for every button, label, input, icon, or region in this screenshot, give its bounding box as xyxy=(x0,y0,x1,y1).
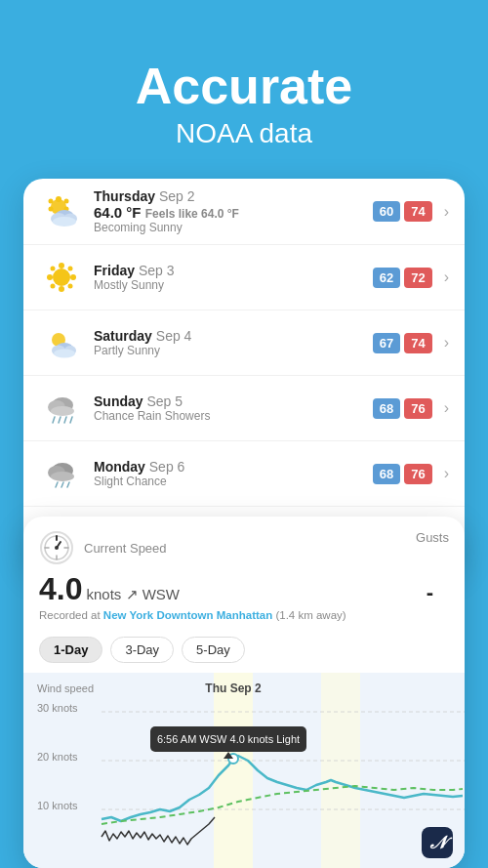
svg-point-23 xyxy=(54,350,75,358)
svg-point-9 xyxy=(53,217,76,227)
wind-location-name: New York Downtown Manhattan xyxy=(103,609,272,621)
weather-icon-saturday xyxy=(39,320,84,365)
weather-row-thursday[interactable]: Thursday Sep 2 64.0 °F Feels like 64.0 °… xyxy=(23,179,465,245)
weather-desc-friday: Mostly Sunny xyxy=(94,278,373,292)
svg-text:Thu Sep 2: Thu Sep 2 xyxy=(205,682,262,695)
wind-gusts-label: Gusts xyxy=(416,530,449,545)
weather-desc-monday: Slight Chance xyxy=(94,475,373,488)
weather-row-friday[interactable]: Friday Sep 3 Mostly Sunny 62 72 › xyxy=(23,245,465,310)
weather-temp-thursday: 64.0 °F Feels like 64.0 °F xyxy=(94,204,373,221)
weather-info-saturday: Saturday Sep 4 Partly Sunny xyxy=(94,328,373,357)
svg-point-18 xyxy=(68,284,73,289)
weather-info-friday: Friday Sep 3 Mostly Sunny xyxy=(94,263,373,292)
svg-point-12 xyxy=(59,286,64,292)
svg-rect-51 xyxy=(321,673,360,868)
weather-day-friday: Friday Sep 3 xyxy=(94,263,373,278)
svg-point-10 xyxy=(53,269,70,286)
svg-line-27 xyxy=(53,417,55,423)
temp-low-thursday: 60 xyxy=(373,201,400,222)
app-header: Accurate NOAA data xyxy=(0,0,488,179)
wind-meter-icon xyxy=(39,530,74,565)
temp-high-friday: 72 xyxy=(404,268,431,288)
temp-high-monday: 76 xyxy=(404,464,431,484)
svg-point-11 xyxy=(59,263,64,269)
svg-point-17 xyxy=(51,284,56,289)
chevron-friday[interactable]: › xyxy=(444,269,449,286)
weather-icon-sunday xyxy=(39,386,84,431)
weather-info-thursday: Thursday Sep 2 64.0 °F Feels like 64.0 °… xyxy=(94,188,373,234)
temp-low-saturday: 67 xyxy=(373,333,400,353)
svg-rect-50 xyxy=(214,673,253,868)
weather-desc-thursday: Becoming Sunny xyxy=(94,221,373,234)
wind-gusts-value: - xyxy=(427,580,449,605)
tab-1day[interactable]: 1-Day xyxy=(39,637,102,663)
temp-low-friday: 62 xyxy=(373,268,400,288)
wind-tab-row: 1-Day 3-Day 5-Day xyxy=(23,631,465,673)
temp-low-sunday: 68 xyxy=(373,398,400,419)
weather-icon-thursday xyxy=(39,189,84,234)
svg-text:6:56 AM WSW 4.0 knots Light: 6:56 AM WSW 4.0 knots Light xyxy=(157,733,300,745)
svg-point-1 xyxy=(56,196,61,202)
header-subtitle: NOAA data xyxy=(39,118,449,149)
svg-point-14 xyxy=(70,274,76,280)
weather-row-monday[interactable]: Monday Sep 6 Slight Chance 68 76 › xyxy=(23,441,465,507)
weather-row-saturday[interactable]: Saturday Sep 4 Partly Sunny 67 74 › xyxy=(23,310,465,376)
temp-range-thursday: 60 74 xyxy=(373,201,432,222)
weather-desc-sunday: Chance Rain Showers xyxy=(94,409,373,423)
svg-line-29 xyxy=(64,417,66,423)
temp-range-monday: 68 76 xyxy=(373,464,432,484)
wind-header: Current Speed Gusts xyxy=(23,517,465,571)
weather-info-sunday: Sunday Sep 5 Chance Rain Showers xyxy=(94,393,373,423)
temp-high-saturday: 74 xyxy=(404,333,431,353)
temp-high-sunday: 76 xyxy=(404,398,431,419)
chevron-saturday[interactable]: › xyxy=(444,334,449,351)
temp-range-saturday: 67 74 xyxy=(373,333,432,353)
chevron-sunday[interactable]: › xyxy=(444,399,449,417)
svg-line-36 xyxy=(67,482,69,487)
svg-line-30 xyxy=(70,417,72,423)
svg-point-15 xyxy=(51,267,56,271)
temp-low-monday: 68 xyxy=(373,464,400,484)
weather-day-monday: Monday Sep 6 xyxy=(94,459,373,475)
wind-arrow-icon: ↗ xyxy=(126,586,139,602)
header-title: Accurate xyxy=(39,59,449,114)
tab-3day[interactable]: 3-Day xyxy=(110,637,174,663)
svg-point-26 xyxy=(51,406,74,416)
chevron-monday[interactable]: › xyxy=(444,465,449,482)
svg-point-33 xyxy=(51,472,74,481)
temp-range-friday: 62 72 xyxy=(373,268,432,288)
weather-info-monday: Monday Sep 6 Slight Chance xyxy=(94,459,373,488)
svg-point-2 xyxy=(64,198,69,203)
wind-chart-area: Wind speed 30 knots 20 knots 10 knots 6:… xyxy=(23,673,465,868)
weather-icon-monday xyxy=(39,451,84,496)
svg-point-5 xyxy=(49,206,54,211)
weather-row-sunday[interactable]: Sunday Sep 5 Chance Rain Showers 68 76 › xyxy=(23,376,465,441)
temp-high-thursday: 74 xyxy=(404,201,431,222)
weather-desc-saturday: Partly Sunny xyxy=(94,344,373,357)
svg-line-35 xyxy=(61,482,63,487)
tab-5day[interactable]: 5-Day xyxy=(182,637,245,663)
chevron-thursday[interactable]: › xyxy=(444,203,449,221)
weather-day-sunday: Sunday Sep 5 xyxy=(94,393,373,409)
weather-day-saturday: Saturday Sep 4 xyxy=(94,328,373,344)
wind-speed-unit: knots ↗ WSW xyxy=(86,586,180,603)
temp-range-sunday: 68 76 xyxy=(373,398,432,419)
weather-icon-friday xyxy=(39,255,84,300)
svg-point-3 xyxy=(49,198,54,203)
wind-location: Recorded at New York Downtown Manhattan … xyxy=(23,609,465,631)
wind-speed-value: 4.0 xyxy=(39,571,82,607)
svg-line-34 xyxy=(56,482,58,487)
svg-line-49 xyxy=(57,542,61,548)
wind-chart-svg: 6:56 AM WSW 4.0 knots Light Thu Sep 2 xyxy=(23,673,465,868)
wind-card: Current Speed Gusts 4.0 knots ↗ WSW - Re… xyxy=(23,517,465,868)
weather-day-thursday: Thursday Sep 2 xyxy=(94,188,373,204)
svg-point-13 xyxy=(47,274,53,280)
svg-point-16 xyxy=(68,267,73,271)
app-logo: 𝒩 xyxy=(422,827,453,858)
svg-line-28 xyxy=(59,417,61,423)
weather-card: Thursday Sep 2 64.0 °F Feels like 64.0 °… xyxy=(23,179,465,571)
wind-title: Current Speed xyxy=(84,541,167,556)
